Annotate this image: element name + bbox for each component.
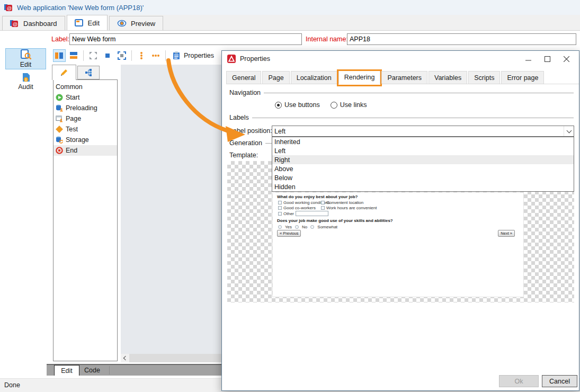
pencil-icon <box>60 68 68 77</box>
dialog-window-controls <box>519 51 576 67</box>
tab-edit[interactable]: Edit <box>67 15 108 30</box>
dropdown-option-label: Above <box>274 165 293 173</box>
design-canvas[interactable] <box>121 65 221 354</box>
audit-icon <box>21 73 31 82</box>
checkbox-icon <box>278 206 282 210</box>
dialog-tab-rendering[interactable]: Rendering <box>338 70 381 84</box>
toolbox-item-start[interactable]: Start <box>53 92 117 103</box>
toolbox-item-label: Preloading <box>66 104 97 112</box>
toolbox-tab-structure[interactable] <box>77 66 100 79</box>
dialog-tab-general[interactable]: General <box>226 71 261 84</box>
sidebar-edit-label: Edit <box>20 61 32 68</box>
dropdown-option-label: Right <box>274 156 290 164</box>
form-header: Label: Internal name: <box>0 31 580 49</box>
internal-name-caption: Internal name: <box>306 35 348 43</box>
cancel-button[interactable]: Cancel <box>542 375 577 387</box>
bottom-tab-edit-label: Edit <box>61 367 73 375</box>
maximize-button[interactable] <box>538 51 557 67</box>
dialog-tab-error-page[interactable]: Error page <box>501 71 544 84</box>
vertical-dots-icon <box>137 51 146 60</box>
properties-button[interactable]: Properties <box>169 49 217 62</box>
label-position-dropdown: Inherited Left Right Above Below Hidden <box>272 137 574 192</box>
dashboard-icon: @ <box>10 19 19 28</box>
ok-button[interactable]: Ok <box>499 375 539 387</box>
toolbox-item-label: Test <box>66 126 78 133</box>
properties-clipboard-icon <box>172 51 181 60</box>
bottom-tab-edit[interactable]: Edit <box>54 365 79 376</box>
navigation-group-header: Navigation <box>229 89 574 96</box>
toolbox-tab-draw[interactable] <box>52 65 76 80</box>
use-buttons-radio[interactable]: Use buttons <box>275 101 320 109</box>
vertical-more-button[interactable] <box>135 49 148 62</box>
labels-group-label: Labels <box>229 114 249 121</box>
page-icon <box>56 115 63 122</box>
scroll-left-button[interactable] <box>121 354 129 362</box>
dropdown-option-left[interactable]: Left <box>272 146 574 155</box>
status-text: Done <box>4 381 20 389</box>
horizontal-more-button[interactable] <box>149 49 162 62</box>
columns-layout-button[interactable] <box>53 49 66 62</box>
dropdown-option-hidden[interactable]: Hidden <box>272 182 574 191</box>
toolbox-item-preloading[interactable]: Preloading <box>53 103 117 113</box>
minimize-button[interactable] <box>519 51 538 67</box>
dialog-tab-page[interactable]: Page <box>262 71 289 84</box>
columns-layout-icon <box>55 52 64 59</box>
preview-checkbox-row: Convenient location <box>321 200 363 205</box>
use-links-radio[interactable]: Use links <box>331 101 367 109</box>
tree-icon <box>85 68 93 77</box>
sidebar-audit-button[interactable]: Audit <box>5 71 46 92</box>
label-input[interactable] <box>69 33 302 45</box>
combobox-dropdown-button[interactable] <box>564 126 574 136</box>
canvas-hscrollbar[interactable] <box>121 354 221 362</box>
template-form-preview: What do you enjoy best about your job? G… <box>272 192 524 297</box>
close-icon <box>564 56 569 62</box>
label-position-caption: Label position: <box>229 127 272 135</box>
app-logo-icon: @ <box>4 3 13 12</box>
horizontal-dots-icon <box>151 51 160 60</box>
preview-next-button: Next » <box>498 230 515 237</box>
at-glyph: @ <box>13 22 17 27</box>
dialog-tab-localization[interactable]: Localization <box>291 71 337 84</box>
tab-preview[interactable]: Preview <box>109 16 163 30</box>
label-position-combobox[interactable]: Left <box>272 126 574 137</box>
toolbox-item-page[interactable]: Page <box>53 113 117 124</box>
toolbox-item-label: Start <box>66 94 79 101</box>
expand-icon <box>89 51 97 60</box>
properties-button-label: Properties <box>184 52 214 59</box>
app-titlebar: @ Web application 'New Web form (APP18)' <box>0 0 580 15</box>
internal-name-input[interactable] <box>347 33 576 45</box>
eye-icon <box>117 19 127 28</box>
combobox-value: Left <box>274 128 285 135</box>
dropdown-option-below[interactable]: Below <box>272 173 574 182</box>
sidebar-edit-button[interactable]: Edit <box>5 48 46 69</box>
close-button[interactable] <box>557 51 576 67</box>
toolbox-item-end[interactable]: End <box>53 145 117 156</box>
dialog-tab-label: Scripts <box>474 74 494 82</box>
preview-other-label: Other <box>283 211 294 216</box>
dropdown-option-above[interactable]: Above <box>272 164 574 173</box>
node-button[interactable] <box>101 49 114 62</box>
dropdown-option-right[interactable]: Right <box>272 155 574 164</box>
bottom-tabbar: Edit Code <box>47 364 221 376</box>
dialog-tab-scripts[interactable]: Scripts <box>468 71 500 84</box>
toolbox-header-common: Common <box>53 82 117 92</box>
fit-selection-button[interactable] <box>115 49 128 62</box>
expand-button[interactable] <box>87 49 100 62</box>
bottom-tab-code[interactable]: Code <box>79 365 105 376</box>
generation-group-label: Generation <box>229 139 262 147</box>
preview-previous-button: « Previous <box>277 230 301 237</box>
tab-preview-label: Preview <box>131 20 155 28</box>
checkbox-icon <box>278 212 282 216</box>
dialog-tab-label: General <box>232 74 255 82</box>
toolbox-item-test[interactable]: Test <box>53 124 117 135</box>
tab-dashboard[interactable]: @ Dashboard <box>2 16 65 30</box>
dialog-tab-variables[interactable]: Variables <box>429 71 467 84</box>
toolbox-header-label: Common <box>56 83 83 91</box>
dialog-tab-parameters[interactable]: Parameters <box>381 71 427 84</box>
group-divider-line <box>264 93 574 93</box>
tab-dashboard-label: Dashboard <box>23 20 57 28</box>
dropdown-option-inherited[interactable]: Inherited <box>272 137 574 146</box>
toolbox-item-storage[interactable]: Storage <box>53 135 117 145</box>
rows-layout-button[interactable] <box>67 49 80 62</box>
maximize-icon <box>545 56 550 62</box>
